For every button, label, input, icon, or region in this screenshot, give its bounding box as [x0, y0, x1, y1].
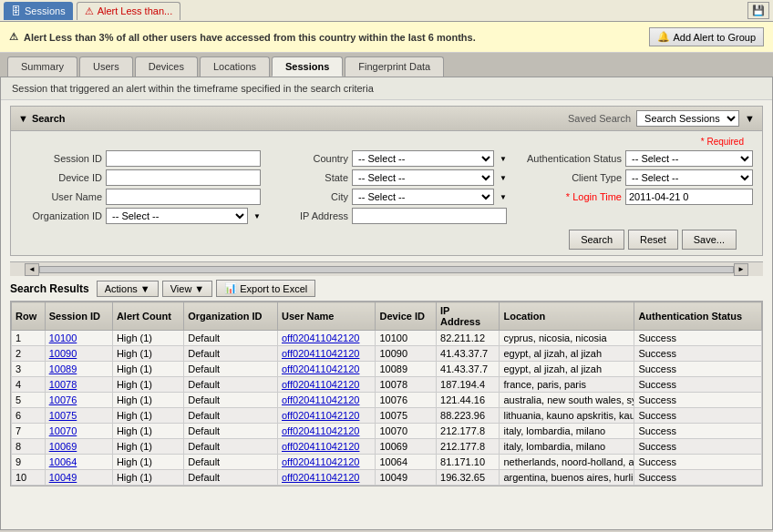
cell-org-id: Default	[184, 346, 278, 362]
cell-location: australia, new south wales, sydn	[500, 393, 634, 408]
cell-user-name[interactable]: off020411042120	[278, 393, 376, 408]
search-section: ▼ Search Saved Search Search Sessions ▼ …	[10, 106, 763, 256]
cell-location: italy, lombardia, milano	[500, 424, 634, 439]
table-row: 1 10100 High (1) Default off020411042120…	[12, 331, 762, 346]
device-id-input[interactable]	[106, 169, 261, 186]
reset-button[interactable]: Reset	[628, 230, 678, 250]
cell-row: 6	[12, 408, 46, 424]
collapse-icon[interactable]: ▼	[18, 113, 28, 124]
saved-search-dropdown-icon[interactable]: ▼	[745, 113, 755, 124]
actions-button[interactable]: Actions ▼	[97, 281, 159, 297]
cell-alert-count: High (1)	[112, 393, 183, 408]
results-title: Search Results	[10, 282, 89, 295]
login-time-input[interactable]	[625, 189, 753, 205]
user-name-row: User Name	[20, 189, 261, 205]
city-select[interactable]: -- Select --	[352, 189, 494, 205]
cell-location: netherlands, noord-holland, alkm	[500, 455, 634, 470]
view-button[interactable]: View ▼	[162, 281, 213, 297]
client-type-select[interactable]: -- Select --	[625, 169, 753, 186]
cell-session-id[interactable]: 10075	[45, 408, 112, 424]
client-type-label: Client Type	[512, 172, 622, 183]
cell-user-name[interactable]: off020411042120	[278, 377, 376, 393]
tab-users[interactable]: Users	[79, 56, 133, 77]
tab-fingerprint[interactable]: Fingerprint Data	[345, 56, 444, 77]
cell-user-name[interactable]: off020411042120	[278, 362, 376, 377]
auth-status-select[interactable]: -- Select --	[625, 150, 753, 167]
results-tbody: 1 10100 High (1) Default off020411042120…	[12, 331, 762, 486]
col-user-name: User Name	[278, 302, 376, 331]
tab-summary[interactable]: Summary	[7, 56, 77, 77]
cell-session-id[interactable]: 10076	[45, 393, 112, 408]
table-row: 8 10069 High (1) Default off020411042120…	[12, 439, 762, 455]
org-id-select[interactable]: -- Select --	[106, 208, 248, 224]
cell-session-id[interactable]: 10069	[45, 439, 112, 455]
session-id-input[interactable]	[106, 150, 261, 167]
cell-org-id: Default	[184, 362, 278, 377]
cell-user-name[interactable]: off020411042120	[278, 439, 376, 455]
table-row: 6 10075 High (1) Default off020411042120…	[12, 408, 762, 424]
device-id-row: Device ID	[20, 169, 261, 186]
city-label: City	[266, 191, 348, 202]
user-name-input[interactable]	[106, 189, 261, 205]
tab-sessions[interactable]: Sessions	[272, 56, 343, 77]
cell-ip: 187.194.4	[437, 377, 500, 393]
table-row: 3 10089 High (1) Default off020411042120…	[12, 362, 762, 377]
horizontal-scrollbar[interactable]: ◄ ►	[10, 261, 763, 276]
title-tab-sessions[interactable]: 🗄 Sessions	[4, 2, 73, 20]
country-label: Country	[266, 153, 348, 164]
cell-session-id[interactable]: 10090	[45, 346, 112, 362]
cell-user-name[interactable]: off020411042120	[278, 331, 376, 346]
cell-session-id[interactable]: 10089	[45, 362, 112, 377]
saved-search-label: Saved Search	[568, 113, 631, 124]
cell-row: 5	[12, 393, 46, 408]
cell-device-id: 10064	[376, 455, 437, 470]
scroll-right-btn[interactable]: ►	[734, 263, 748, 276]
cell-org-id: Default	[184, 393, 278, 408]
cell-row: 10	[12, 470, 46, 486]
col-org-id: Organization ID	[184, 302, 278, 331]
add-alert-button[interactable]: 🔔 Add Alert to Group	[649, 27, 765, 46]
tab-locations[interactable]: Locations	[200, 56, 270, 77]
cell-user-name[interactable]: off020411042120	[278, 470, 376, 486]
cell-ip: 88.223.96	[437, 408, 500, 424]
alert-banner-content: ⚠ Alert Less than 3% of all other users …	[9, 31, 476, 43]
cell-device-id: 10100	[376, 331, 437, 346]
scroll-track[interactable]	[39, 266, 734, 273]
cell-session-id[interactable]: 10064	[45, 455, 112, 470]
save-button[interactable]: Save...	[682, 230, 737, 250]
title-bar: 🗄 Sessions ⚠ Alert Less than... 💾	[0, 0, 773, 22]
cell-row: 8	[12, 439, 46, 455]
cell-user-name[interactable]: off020411042120	[278, 424, 376, 439]
cell-session-id[interactable]: 10100	[45, 331, 112, 346]
search-button[interactable]: Search	[569, 230, 624, 250]
cell-auth-status: Success	[634, 455, 762, 470]
results-table-wrapper: Row Session ID Alert Count Organization …	[10, 301, 763, 486]
saved-search-select[interactable]: Search Sessions	[636, 110, 739, 127]
cell-alert-count: High (1)	[112, 424, 183, 439]
country-select[interactable]: -- Select --	[352, 150, 494, 167]
cell-org-id: Default	[184, 470, 278, 486]
cell-session-id[interactable]: 10070	[45, 424, 112, 439]
col-auth-status: Authentication Status	[634, 302, 762, 331]
tab-devices[interactable]: Devices	[135, 56, 198, 77]
cell-device-id: 10089	[376, 362, 437, 377]
auth-status-label: Authentication Status	[512, 153, 622, 164]
col-device-id: Device ID	[376, 302, 437, 331]
cell-user-name[interactable]: off020411042120	[278, 346, 376, 362]
cell-user-name[interactable]: off020411042120	[278, 408, 376, 424]
ip-address-input[interactable]	[352, 208, 507, 224]
scroll-left-btn[interactable]: ◄	[25, 263, 39, 276]
alert-banner-text: Alert Less than 3% of all other users ha…	[24, 32, 476, 43]
title-tab-alert[interactable]: ⚠ Alert Less than...	[77, 2, 181, 20]
export-icon: 📊	[224, 282, 237, 294]
sessions-tab-icon: 🗄	[11, 5, 21, 16]
save-window-icon[interactable]: 💾	[747, 2, 769, 19]
cell-session-id[interactable]: 10078	[45, 377, 112, 393]
col-session-id: Session ID	[45, 302, 112, 331]
state-select[interactable]: -- Select --	[352, 169, 494, 186]
cell-session-id[interactable]: 10049	[45, 470, 112, 486]
cell-user-name[interactable]: off020411042120	[278, 455, 376, 470]
cell-ip: 41.43.37.7	[437, 362, 500, 377]
export-button[interactable]: 📊 Export to Excel	[216, 280, 315, 297]
alert-tab-icon: ⚠	[85, 5, 94, 17]
